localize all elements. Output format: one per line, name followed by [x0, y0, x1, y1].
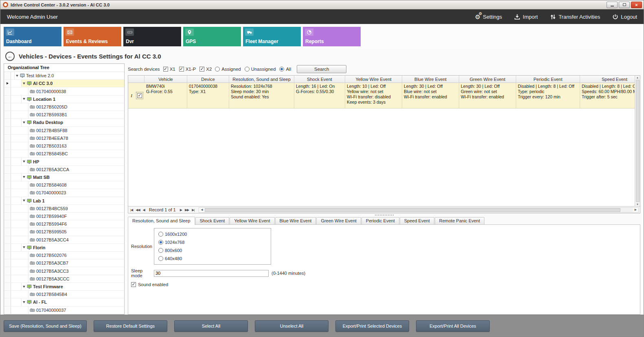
nav-tile-dashboard[interactable]: Dashboard	[4, 27, 61, 46]
tree-node[interactable]: 017040000038	[4, 87, 124, 95]
tree-node[interactable]: 00127B5A3CC4	[4, 236, 124, 244]
horizontal-scroll-thumb[interactable]	[205, 208, 620, 212]
filter-radio-unassigned[interactable]: Unassigned	[245, 67, 276, 72]
nav-tile-events-reviews[interactable]: Events & Reviews	[64, 27, 121, 46]
nav-tile-gps[interactable]: GPS	[183, 27, 241, 46]
tree-node[interactable]: 00127B502076	[4, 252, 124, 259]
tree-node[interactable]: 017040000037	[4, 307, 124, 314]
tree-node[interactable]: 00127B5994F6	[4, 220, 124, 228]
footer-button-export-print-selected-devices[interactable]: Export/Print Selected Devices	[335, 320, 409, 332]
tab-periodic-event[interactable]: Periodic Event	[361, 217, 399, 224]
filter-radio-assigned[interactable]: Assigned	[215, 67, 241, 72]
last-record-button[interactable]: ▶|	[191, 208, 195, 212]
footer-button-restore-default-settings[interactable]: Restore Default Settings	[94, 320, 167, 332]
maximize-button[interactable]	[619, 2, 630, 8]
tree-node[interactable]: 00127B5A3CB7	[4, 259, 124, 267]
grid-column-header[interactable]: Yellow Wire Event	[345, 76, 402, 83]
topbar-action-settings[interactable]: ⚙⚙ Settings	[475, 14, 502, 20]
tree-node[interactable]: HP	[4, 158, 124, 165]
grid-column-header[interactable]: Resolution, Sound and Sleep	[229, 76, 294, 83]
expander-icon[interactable]	[23, 286, 25, 288]
resolution-option[interactable]: 1024x768	[158, 240, 271, 245]
grid-column-header[interactable]: Periodic Event	[516, 76, 580, 83]
topbar-action-transfer-activities[interactable]: ⚙⚙ Transfer Activities	[550, 14, 600, 20]
search-button[interactable]: Search	[297, 65, 346, 73]
grid-column-header[interactable]: Speed Event	[580, 76, 635, 83]
vertical-scrollbar[interactable]: ▲ ▼	[635, 76, 640, 206]
tree-node[interactable]: 00127B5845B4	[4, 291, 124, 298]
resolution-option[interactable]: 640x480	[158, 256, 271, 261]
scroll-down-icon[interactable]: ▼	[636, 203, 639, 206]
expander-icon[interactable]	[23, 83, 25, 85]
filter-checkbox-x1-p[interactable]: ✓ X1-P	[179, 67, 196, 72]
close-button[interactable]: ×	[631, 2, 642, 8]
scroll-right-icon[interactable]: ▶	[633, 208, 638, 211]
expander-icon[interactable]	[16, 75, 18, 77]
tree-node[interactable]: 00127B5A3CCC	[4, 275, 124, 283]
footer-button-unselect-all[interactable]: Unselect All	[255, 320, 329, 332]
scroll-up-icon[interactable]: ▲	[636, 76, 639, 79]
tree-node[interactable]: 00127B503163	[4, 142, 124, 150]
footer-button-select-all[interactable]: Select All	[174, 320, 248, 332]
footer-button-save-resolution-sound-sleep[interactable]: Save (Resolution, Sound and Sleep)	[4, 320, 87, 332]
topbar-action-logout[interactable]: ⚙⚙ Logout	[612, 14, 637, 20]
next-record-button[interactable]: ▶	[179, 208, 183, 212]
grid-column-header[interactable]: Green Wire Event	[459, 76, 516, 83]
tree-node[interactable]: 00127B4EEA78	[4, 135, 124, 142]
tab-speed-event[interactable]: Speed Event	[400, 217, 434, 224]
tab-yellow-wire-event[interactable]: Yellow Wire Event	[230, 217, 274, 224]
expander-icon[interactable]	[23, 301, 25, 303]
expander-icon[interactable]	[23, 98, 25, 100]
filter-checkbox-x2[interactable]: ✓ X2	[199, 67, 212, 72]
tree-node[interactable]: Radu Desktop	[4, 119, 124, 126]
tree-node[interactable]: Al CC 3.0	[4, 80, 124, 87]
tree-node[interactable]: Florin	[4, 244, 124, 252]
next-page-button[interactable]: ▶▶	[184, 208, 190, 212]
tree-node[interactable]: 00127B5A3CCA	[4, 166, 124, 174]
scroll-left-icon[interactable]: ◀	[199, 208, 204, 211]
tree-node[interactable]: 00127B50205D	[4, 103, 124, 111]
vertical-scroll-thumb[interactable]	[636, 80, 640, 202]
tab-shock-event[interactable]: Shock Event	[195, 217, 230, 224]
tree-node[interactable]: 00127B5993B1	[4, 111, 124, 119]
row-checkbox[interactable]: ✓	[135, 83, 145, 108]
grid-column-header[interactable]: Vehicle	[145, 76, 187, 83]
filter-checkbox-x1[interactable]: ✓ X1	[163, 67, 175, 72]
device-row[interactable]: I ✓ BMW740i G-Force: 0.55 017040000038 T…	[128, 83, 635, 109]
tree-node[interactable]: Test Firmware	[4, 283, 124, 291]
prev-record-button[interactable]: ◀	[142, 208, 146, 212]
tree-node[interactable]: Al - FL	[4, 298, 124, 306]
nav-tile-reports[interactable]: Reports	[303, 27, 361, 46]
prev-page-button[interactable]: ◀◀	[135, 208, 140, 212]
filter-radio-all[interactable]: All	[279, 67, 291, 72]
tree-node[interactable]: Lab 1	[4, 197, 124, 205]
tree-node[interactable]: Test Idrive 2.0	[4, 72, 124, 80]
horizontal-scrollbar[interactable]: ◀ ▶	[199, 207, 639, 213]
tree-node[interactable]: 00127B4BC559	[4, 205, 124, 213]
resolution-option[interactable]: 1600x1200	[158, 232, 271, 237]
sleep-mode-input[interactable]	[154, 270, 269, 277]
back-button[interactable]: ←	[5, 52, 15, 61]
tree-node[interactable]: 00127B59940F	[4, 213, 124, 220]
tree-node[interactable]: 017040000023	[4, 189, 124, 197]
grid-column-header[interactable]: Shock Event	[294, 76, 345, 83]
tab-remote-panic-event[interactable]: Remote Panic Event	[435, 217, 484, 224]
grid-column-header[interactable]: Blue Wire Event	[402, 76, 459, 83]
expander-icon[interactable]	[23, 122, 25, 124]
expander-icon[interactable]	[23, 246, 25, 248]
tab-green-wire-event[interactable]: Green Wire Event	[316, 217, 361, 224]
splitter[interactable]	[128, 213, 640, 216]
nav-tile-dvr[interactable]: Dvr	[123, 27, 181, 46]
tab-blue-wire-event[interactable]: Blue Wire Event	[275, 217, 316, 224]
tree-node[interactable]: 00127B4B5F88	[4, 127, 124, 135]
grid-column-header[interactable]: Device	[187, 76, 229, 83]
resolution-option[interactable]: 800x600	[158, 248, 271, 253]
sound-enabled-checkbox[interactable]: ✓ Sound enabled	[131, 282, 640, 287]
tree-node[interactable]: 00127B5A3CC3	[4, 267, 124, 275]
titlebar[interactable]: Idrive Control Center - 3.0.2 version - …	[0, 0, 644, 9]
tree-node[interactable]: 00127B599505	[4, 228, 124, 236]
expander-icon[interactable]	[23, 161, 25, 163]
nav-tile-fleet-manager[interactable]: Fleet Manager	[243, 27, 301, 46]
tree-node[interactable]: Matt SB	[4, 174, 124, 181]
tree-node[interactable]: Location 1	[4, 96, 124, 103]
